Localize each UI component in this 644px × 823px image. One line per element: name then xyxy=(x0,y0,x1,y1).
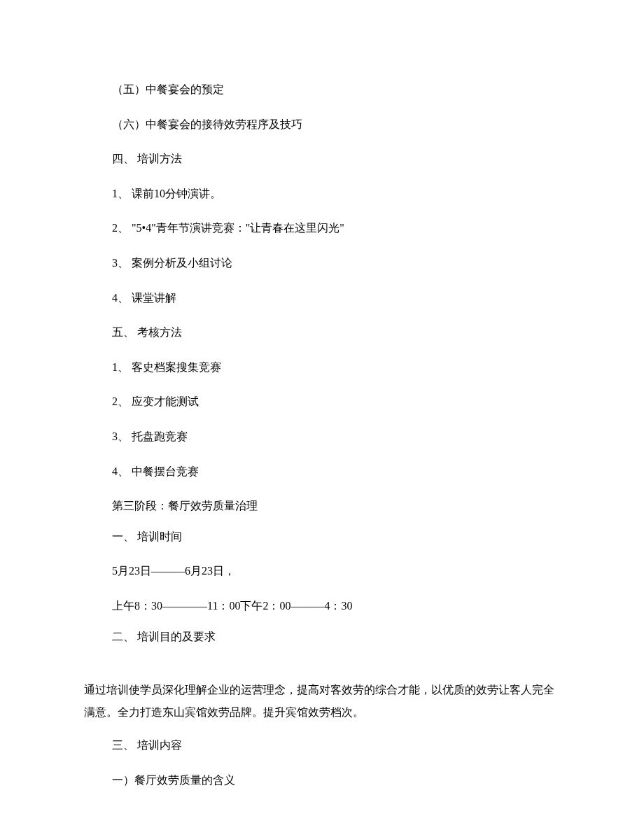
item-3-1: 一）餐厅效劳质量的含义 xyxy=(84,771,560,789)
item-4-2: 2、 "5•4"青年节演讲竞赛："让青春在这里闪光" xyxy=(84,219,560,237)
line-time-range: 上午8：30————11：00下午2：00———4：30 xyxy=(84,597,560,615)
line-date-range: 5月23日———6月23日， xyxy=(84,562,560,580)
section-5-assessment: 五、 考核方法 xyxy=(84,323,560,342)
item-4-1: 1、 课前10分钟演讲。 xyxy=(84,185,560,203)
document-page: （五）中餐宴会的预定 （六）中餐宴会的接待效劳程序及技巧 四、 培训方法 1、 … xyxy=(0,0,644,823)
line-6-banquet-service: （六）中餐宴会的接待效劳程序及技巧 xyxy=(84,115,560,134)
item-5-3: 3、 托盘跑竞赛 xyxy=(84,428,560,446)
item-5-4: 4、 中餐摆台竞赛 xyxy=(84,463,560,481)
line-5-banquet-reservation: （五）中餐宴会的预定 xyxy=(84,80,560,99)
paragraph-purpose-content: 通过培训使学员深化理解企业的运营理念，提高对客效劳的综合才能，以优质的效劳让客人… xyxy=(84,679,560,724)
section-3-content: 三、 培训内容 xyxy=(84,736,560,754)
item-5-2: 2、 应变才能测试 xyxy=(84,393,560,411)
item-5-1: 1、 客史档案搜集竞赛 xyxy=(84,358,560,377)
phase-3-heading: 第三阶段：餐厅效劳质量治理 xyxy=(84,497,560,515)
item-4-4: 4、 课堂讲解 xyxy=(84,289,560,307)
section-4-training-methods: 四、 培训方法 xyxy=(84,150,560,168)
section-1-training-time: 一、 培训时间 xyxy=(84,528,560,546)
item-4-3: 3、 案例分析及小组讨论 xyxy=(84,254,560,272)
section-2-purpose: 二、 培训目的及要求 xyxy=(84,628,560,646)
